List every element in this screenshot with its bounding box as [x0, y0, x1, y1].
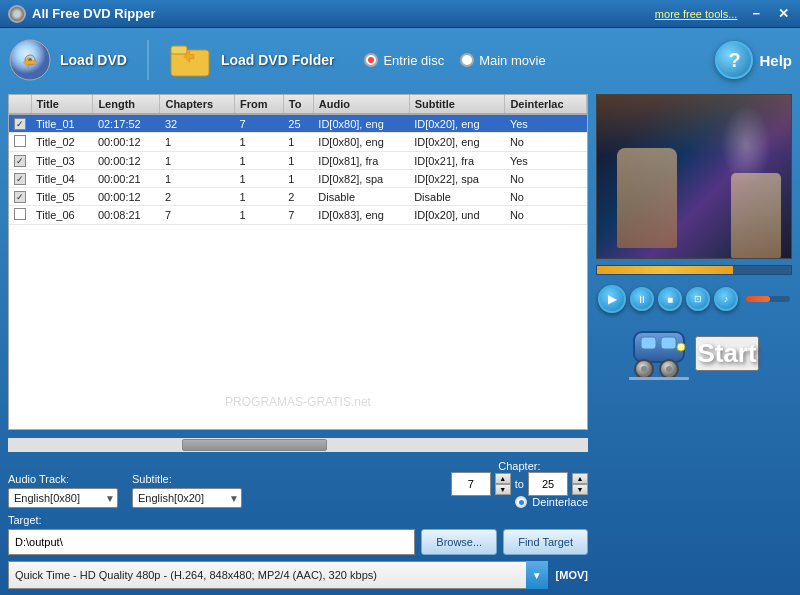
deinterlace-radio[interactable] [515, 496, 527, 508]
row-title: Title_02 [31, 133, 93, 152]
right-panel: ▶ ⏸ ■ ⊡ ♪ [596, 94, 792, 589]
col-header-length[interactable]: Length [93, 95, 160, 114]
main-movie-radio[interactable]: Main movie [460, 53, 545, 68]
chapter-label: Chapter: [498, 460, 540, 472]
table-row[interactable]: Title_01 02:17:52 32 7 25 ID[0x80], eng … [9, 114, 587, 133]
chapter-from-input[interactable] [451, 472, 491, 496]
row-from: 7 [234, 114, 283, 133]
snapshot-button[interactable]: ⊡ [686, 287, 710, 311]
stop-button[interactable]: ■ [658, 287, 682, 311]
load-dvd-folder-label: Load DVD Folder [221, 52, 335, 68]
preview-figure [617, 148, 677, 248]
entrie-disc-label: Entrie disc [383, 53, 444, 68]
svg-point-12 [666, 366, 672, 372]
col-header-from[interactable]: From [234, 95, 283, 114]
entrie-disc-radio-dot [364, 53, 378, 67]
toolbar-divider-1 [147, 40, 149, 80]
volume-slider[interactable] [746, 296, 790, 302]
subtitle-dropdown[interactable]: English[0x20] [132, 488, 242, 508]
row-checkbox[interactable] [9, 114, 31, 133]
row-length: 00:08:21 [93, 206, 160, 225]
row-title: Title_04 [31, 170, 93, 188]
row-checkbox[interactable] [9, 170, 31, 188]
table-row[interactable]: Title_02 00:00:12 1 1 1 ID[0x80], eng ID… [9, 133, 587, 152]
load-dvd-icon [8, 38, 52, 82]
row-audio: ID[0x80], eng [313, 133, 409, 152]
chapter-from-up[interactable]: ▲ [495, 473, 511, 484]
row-from: 1 [234, 206, 283, 225]
copy-as-dropdown[interactable]: Quick Time - HD Quality 480p - (H.264, 8… [8, 561, 548, 589]
help-button[interactable]: ? Help [715, 41, 792, 79]
row-checkbox[interactable] [9, 152, 31, 170]
row-subtitle: ID[0x21], fra [409, 152, 505, 170]
row-subtitle: ID[0x20], eng [409, 133, 505, 152]
audio-track-dropdown[interactable]: English[0x80] [8, 488, 118, 508]
row-checkbox[interactable] [9, 188, 31, 206]
row-length: 00:00:21 [93, 170, 160, 188]
chapter-to-up[interactable]: ▲ [572, 473, 588, 484]
checkbox[interactable] [14, 118, 26, 130]
title-bar-controls: more free tools... − ✕ [655, 6, 792, 21]
checkbox[interactable] [14, 135, 26, 147]
checkbox[interactable] [14, 191, 26, 203]
pause-button[interactable]: ⏸ [630, 287, 654, 311]
audio-track-label: Audio Track: [8, 473, 118, 485]
volume-button[interactable]: ♪ [714, 287, 738, 311]
chapter-to-down[interactable]: ▼ [572, 484, 588, 495]
table-row[interactable]: Title_06 00:08:21 7 1 7 ID[0x83], eng ID… [9, 206, 587, 225]
checkbox[interactable] [14, 155, 26, 167]
col-header-deinterlace[interactable]: Deinterlac [505, 95, 587, 114]
row-checkbox[interactable] [9, 133, 31, 152]
col-header-chapters[interactable]: Chapters [160, 95, 235, 114]
col-header-to[interactable]: To [283, 95, 313, 114]
row-to: 1 [283, 170, 313, 188]
entrie-disc-radio[interactable]: Entrie disc [364, 53, 444, 68]
main-container: Load DVD Load DVD Folder Entrie disc Mai… [0, 28, 800, 595]
row-subtitle: Disable [409, 188, 505, 206]
col-header-audio[interactable]: Audio [313, 95, 409, 114]
chapter-from-spinbtns: ▲ ▼ [495, 473, 511, 495]
progress-bar-container [596, 265, 792, 275]
svg-rect-7 [661, 337, 676, 349]
row-audio: ID[0x83], eng [313, 206, 409, 225]
table-row[interactable]: Title_03 00:00:12 1 1 1 ID[0x81], fra ID… [9, 152, 587, 170]
file-table-container[interactable]: Title Length Chapters From To Audio Subt… [8, 94, 588, 430]
table-row[interactable]: Title_05 00:00:12 2 1 2 Disable Disable … [9, 188, 587, 206]
title-bar: All Free DVD Ripper more free tools... −… [0, 0, 800, 28]
chapter-from-down[interactable]: ▼ [495, 484, 511, 495]
format-label: [MOV] [556, 569, 588, 581]
load-dvd-button[interactable]: Load DVD [8, 38, 127, 82]
horizontal-scrollbar[interactable] [8, 438, 588, 452]
table-row[interactable]: Title_04 00:00:21 1 1 1 ID[0x82], spa ID… [9, 170, 587, 188]
row-deinterlace: Yes [505, 152, 587, 170]
svg-rect-4 [171, 46, 187, 54]
checkbox[interactable] [14, 173, 26, 185]
volume-fill [746, 296, 770, 302]
audio-track-group: Audio Track: English[0x80] ▼ [8, 473, 118, 508]
chapter-to-input[interactable] [528, 472, 568, 496]
play-button[interactable]: ▶ [598, 285, 626, 313]
row-deinterlace: No [505, 206, 587, 225]
load-dvd-folder-icon [169, 40, 213, 80]
target-label: Target: [8, 514, 588, 526]
svg-point-10 [641, 366, 647, 372]
load-dvd-folder-button[interactable]: Load DVD Folder [169, 40, 335, 80]
col-header-title[interactable]: Title [31, 95, 93, 114]
checkbox[interactable] [14, 208, 26, 220]
start-button[interactable]: Start [695, 336, 758, 371]
row-to: 1 [283, 152, 313, 170]
row-checkbox[interactable] [9, 206, 31, 225]
close-button[interactable]: ✕ [775, 6, 792, 21]
minimize-button[interactable]: − [749, 6, 763, 21]
subtitle-label: Subtitle: [132, 473, 242, 485]
find-target-button[interactable]: Find Target [503, 529, 588, 555]
target-input[interactable] [8, 529, 415, 555]
scrollbar-thumb[interactable] [182, 439, 327, 451]
row-to: 2 [283, 188, 313, 206]
browse-button[interactable]: Browse... [421, 529, 497, 555]
train-icon [629, 327, 689, 382]
col-header-subtitle[interactable]: Subtitle [409, 95, 505, 114]
row-title: Title_05 [31, 188, 93, 206]
more-tools-link[interactable]: more free tools... [655, 8, 738, 20]
controls-row1: Audio Track: English[0x80] ▼ Subtitle: [8, 460, 588, 508]
